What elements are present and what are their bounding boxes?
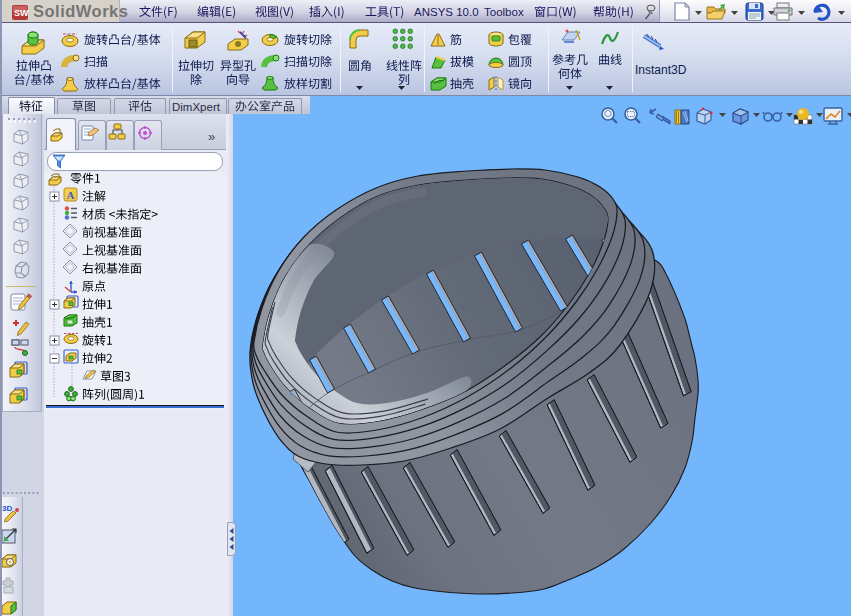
svg-text:Instant3D: Instant3D: [635, 63, 687, 77]
svg-text:ANSYS 10.0: ANSYS 10.0: [414, 6, 479, 18]
svg-text:DimXpert: DimXpert: [172, 101, 221, 113]
svg-text:Toolbox: Toolbox: [484, 6, 524, 18]
